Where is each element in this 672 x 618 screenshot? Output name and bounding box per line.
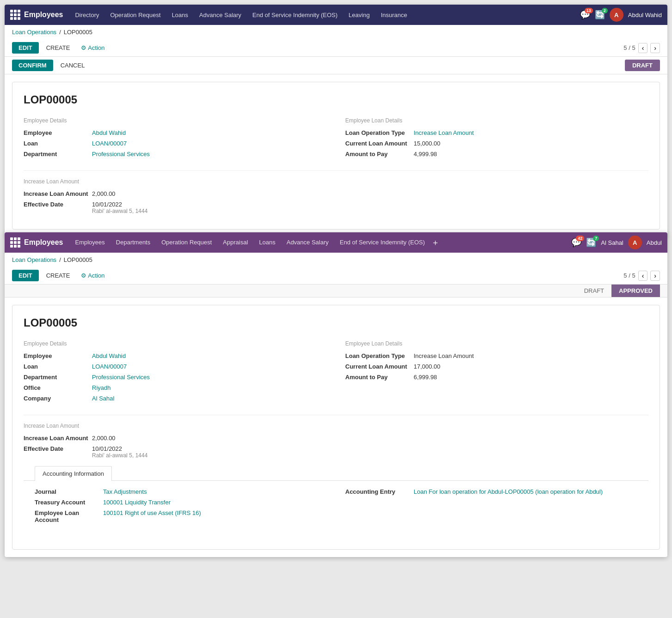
nav-eos[interactable]: End of Service Indemnity (EOS) bbox=[248, 10, 342, 20]
create-button-bottom[interactable]: CREATE bbox=[43, 270, 74, 281]
current-loan-field-top: Current Loan Amount 15,000.00 bbox=[345, 140, 648, 147]
nav-appraisal-bottom[interactable]: Appraisal bbox=[218, 237, 252, 248]
employee-details-label-bottom: Employee Details bbox=[24, 340, 327, 347]
increase-amount-field-bottom: Increase Loan Amount 2,000.00 bbox=[24, 435, 648, 442]
company-label-bottom: Company bbox=[24, 395, 88, 402]
nav-loans[interactable]: Loans bbox=[167, 10, 193, 20]
department-field-top: Department Professional Services bbox=[24, 151, 327, 158]
form-main-row-top: Employee Details Employee Abdul Wahid Lo… bbox=[24, 117, 648, 161]
department-value-bottom[interactable]: Professional Services bbox=[92, 374, 150, 381]
breadcrumb-parent-top[interactable]: Loan Operations bbox=[12, 29, 56, 36]
effective-date-field-top: Effective Date 10/01/2022 Rabi' al-awwal… bbox=[24, 201, 648, 214]
chat-button-top[interactable]: 💬 13 bbox=[580, 10, 590, 20]
create-button-top[interactable]: CREATE bbox=[43, 42, 74, 54]
top-window: Employees Directory Operation Request Lo… bbox=[5, 5, 667, 237]
confirm-button-top[interactable]: CONFIRM bbox=[12, 60, 53, 71]
amount-pay-label-top: Amount to Pay bbox=[345, 151, 410, 158]
edit-button-top[interactable]: EDIT bbox=[12, 42, 39, 54]
next-button-bottom[interactable]: › bbox=[650, 271, 660, 281]
nav-insurance[interactable]: Insurance bbox=[376, 10, 412, 20]
loan-op-type-field-bottom: Loan Operation Type Increase Loan Amount bbox=[345, 352, 648, 359]
acc-entry-label: Accounting Entry bbox=[345, 488, 410, 495]
next-button-top[interactable]: › bbox=[650, 43, 660, 53]
loan-value-bottom[interactable]: LOAN/00007 bbox=[92, 363, 127, 370]
increase-label-top: Increase Loan Amount bbox=[24, 178, 648, 185]
treasury-value[interactable]: 100001 Liquidity Transfer bbox=[103, 499, 171, 506]
employee-value-bottom[interactable]: Abdul Wahid bbox=[92, 352, 126, 359]
employee-label-top: Employee bbox=[24, 129, 88, 136]
accounting-row: Journal Tax Adjustments Treasury Account… bbox=[35, 488, 637, 527]
employee-value-top[interactable]: Abdul Wahid bbox=[92, 129, 126, 136]
chat-badge-top: 13 bbox=[585, 8, 593, 13]
loan-op-type-value-top[interactable]: Increase Loan Amount bbox=[414, 129, 474, 136]
current-loan-label-top: Current Loan Amount bbox=[345, 140, 410, 147]
updates-button-top[interactable]: 🔄 2 bbox=[595, 10, 605, 20]
form-card-bottom: LOP00005 Employee Details Employee Abdul… bbox=[12, 305, 660, 550]
amount-pay-label-bottom: Amount to Pay bbox=[345, 374, 410, 381]
journal-field: Journal Tax Adjustments bbox=[35, 488, 327, 495]
grid-icon-bottom bbox=[10, 237, 20, 248]
bottom-window: Employees Employees Departments Operatio… bbox=[5, 232, 667, 557]
top-nav-links: Directory Operation Request Loans Advanc… bbox=[70, 10, 572, 20]
effective-date-label-bottom: Effective Date bbox=[24, 445, 88, 452]
breadcrumb-bottom: Loan Operations / LOP00005 bbox=[5, 253, 667, 267]
prev-button-top[interactable]: ‹ bbox=[638, 43, 648, 53]
nav-leaving[interactable]: Leaving bbox=[344, 10, 374, 20]
department-value-top[interactable]: Professional Services bbox=[92, 151, 150, 158]
office-value-bottom[interactable]: Riyadh bbox=[92, 384, 110, 391]
department-field-bottom: Department Professional Services bbox=[24, 374, 327, 381]
increase-section-top: Increase Loan Amount Increase Loan Amoun… bbox=[24, 178, 648, 214]
tab-accounting-info[interactable]: Accounting Information bbox=[35, 466, 112, 481]
employee-field-bottom: Employee Abdul Wahid bbox=[24, 352, 327, 359]
loan-value-top[interactable]: LOAN/00007 bbox=[92, 140, 127, 147]
emp-loan-account-label: Employee LoanAccount bbox=[35, 509, 99, 523]
cancel-button-top[interactable]: CANCEL bbox=[57, 60, 89, 71]
bottom-navbar: Employees Employees Departments Operatio… bbox=[5, 232, 667, 253]
company-value-bottom[interactable]: Al Sahal bbox=[92, 395, 114, 402]
hijri-date-top: Rabi' al-awwal 5, 1444 bbox=[92, 208, 147, 214]
toolbar-bottom: EDIT CREATE Action 5 / 5 ‹ › bbox=[5, 267, 667, 285]
nav-op-request-bottom[interactable]: Operation Request bbox=[157, 237, 216, 248]
current-loan-field-bottom: Current Loan Amount 17,000.00 bbox=[345, 363, 648, 370]
loan-field-top: Loan LOAN/00007 bbox=[24, 140, 327, 147]
nav-eos-bottom[interactable]: End of Service Indemnity (EOS) bbox=[335, 237, 429, 248]
nav-loans-bottom[interactable]: Loans bbox=[255, 237, 280, 248]
effective-date-label-top: Effective Date bbox=[24, 201, 88, 208]
nav-employees-bottom[interactable]: Employees bbox=[70, 237, 109, 248]
chat-button-bottom[interactable]: 💬 42 bbox=[571, 237, 581, 248]
nav-departments-bottom[interactable]: Departments bbox=[111, 237, 155, 248]
department-label-bottom: Department bbox=[24, 374, 88, 381]
edit-button-bottom[interactable]: EDIT bbox=[12, 270, 39, 281]
acc-entry-value[interactable]: Loan For loan operation for Abdul-LOP000… bbox=[414, 488, 603, 495]
nav-operation-request[interactable]: Operation Request bbox=[106, 10, 165, 20]
emp-loan-account-value[interactable]: 100101 Right of use Asset (IFRS 16) bbox=[103, 509, 201, 516]
avatar-bottom: A bbox=[628, 236, 642, 249]
acc-right-col: Accounting Entry Loan For loan operation… bbox=[345, 488, 637, 527]
nav-advance-salary-bottom[interactable]: Advance Salary bbox=[282, 237, 333, 248]
loan-details-col-bottom: Employee Loan Details Loan Operation Typ… bbox=[345, 340, 648, 406]
action-button-top[interactable]: Action bbox=[81, 44, 104, 51]
effective-date-field-bottom: Effective Date 10/01/2022 Rabi' al-awwal… bbox=[24, 445, 648, 459]
employee-label-bottom: Employee bbox=[24, 352, 88, 359]
breadcrumb-parent-bottom[interactable]: Loan Operations bbox=[12, 256, 56, 263]
current-loan-value-top: 15,000.00 bbox=[414, 140, 440, 147]
status-draft-top: DRAFT bbox=[625, 60, 660, 71]
office-field-bottom: Office Riyadh bbox=[24, 384, 327, 391]
prev-button-bottom[interactable]: ‹ bbox=[638, 271, 648, 281]
nav-directory[interactable]: Directory bbox=[70, 10, 104, 20]
action-button-bottom[interactable]: Action bbox=[81, 272, 104, 279]
loan-op-type-label-bottom: Loan Operation Type bbox=[345, 352, 410, 359]
increase-amount-field-top: Increase Loan Amount 2,000.00 bbox=[24, 190, 648, 197]
add-icon-bottom[interactable]: ＋ bbox=[431, 237, 440, 248]
journal-value[interactable]: Tax Adjustments bbox=[103, 488, 147, 495]
increase-amount-value-bottom: 2,000.00 bbox=[92, 435, 116, 442]
amount-pay-field-bottom: Amount to Pay 6,999.98 bbox=[345, 374, 648, 381]
employee-details-label-top: Employee Details bbox=[24, 117, 327, 124]
loan-op-type-value-bottom: Increase Loan Amount bbox=[414, 352, 474, 359]
status-approved-bottom: APPROVED bbox=[611, 285, 660, 297]
nav-advance-salary[interactable]: Advance Salary bbox=[195, 10, 246, 20]
username-bottom: Abdul bbox=[647, 239, 662, 246]
increase-amount-value-top: 2,000.00 bbox=[92, 190, 116, 197]
updates-button-bottom[interactable]: 🔄 7 bbox=[586, 237, 596, 248]
status-bar-bottom: DRAFT APPROVED bbox=[5, 285, 667, 297]
